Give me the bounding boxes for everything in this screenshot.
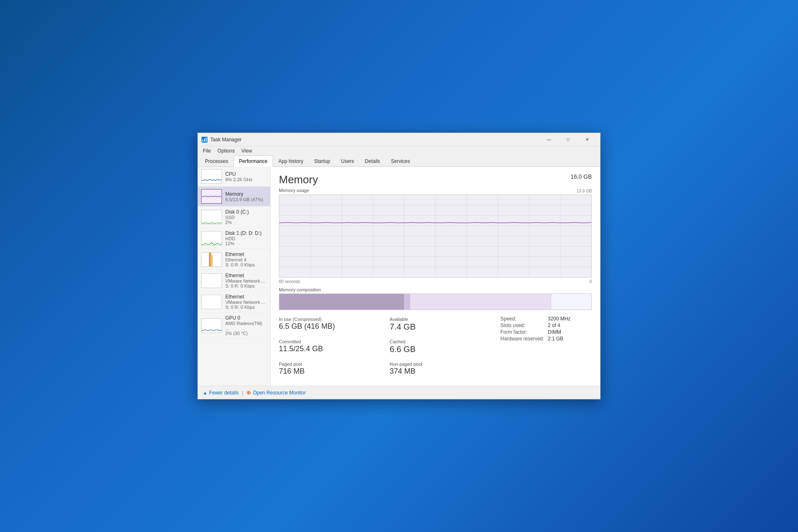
- comp-in-use: [279, 294, 404, 310]
- menu-view[interactable]: View: [238, 147, 256, 155]
- fewer-details-label: Fewer details: [209, 390, 239, 396]
- footer-divider: |: [242, 390, 243, 396]
- stats-left: In use (Compressed) 6.5 GB (416 MB) Avai…: [279, 316, 500, 379]
- tab-app-history[interactable]: App history: [273, 155, 309, 167]
- sidebar-item-disk0[interactable]: Disk 0 (C:) SSD 2%: [198, 207, 270, 228]
- composition-label: Memory composition: [279, 287, 592, 292]
- eth3-info: Ethernet VMware Network ... S: 0 R: 0 Kb…: [225, 294, 267, 310]
- tab-processes[interactable]: Processes: [200, 155, 234, 167]
- memory-sub: 6.5/13.9 GB (47%): [225, 197, 267, 202]
- sidebar-item-disk1[interactable]: Disk 1 (D: D: D:) HDD 12%: [198, 228, 270, 249]
- fewer-details-link[interactable]: ▲ Fewer details: [203, 390, 239, 396]
- maximize-button[interactable]: □: [559, 133, 578, 146]
- in-use-value: 6.5 GB (416 MB): [279, 322, 390, 331]
- eth3-sub2: S: 0 R: 0 Kbps: [225, 305, 267, 310]
- slots-value: 2 of 4: [548, 323, 592, 328]
- chevron-up-icon: ▲: [203, 390, 207, 395]
- title-bar: Task Manager — □ ✕: [198, 133, 600, 146]
- form-label: Form factor:: [500, 329, 544, 335]
- comp-free: [551, 294, 591, 310]
- eth2-mini-chart: [201, 273, 222, 288]
- open-resource-monitor-label: Open Resource Monitor: [253, 390, 305, 396]
- open-resource-monitor-link[interactable]: ⊕ Open Resource Monitor: [246, 389, 305, 396]
- eth3-sub1: VMware Network ...: [225, 300, 267, 305]
- time-label-left: 60 seconds: [279, 279, 300, 284]
- stat-non-paged-pool: Non-paged pool 374 MB: [390, 361, 501, 379]
- eth2-sub2: S: 0 R: 0 Kbps: [225, 283, 267, 288]
- eth2-label: Ethernet: [225, 273, 267, 278]
- window-title: Task Manager: [210, 137, 539, 143]
- sidebar-item-eth2[interactable]: Ethernet VMware Network ... S: 0 R: 0 Kb…: [198, 270, 270, 291]
- sidebar-item-memory[interactable]: Memory 6.5/13.9 GB (47%): [198, 187, 270, 207]
- stat-paged-pool: Paged pool 716 MB: [279, 361, 390, 379]
- non-paged-pool-value: 374 MB: [390, 367, 501, 376]
- chart-label: Memory usage: [279, 188, 309, 193]
- disk0-label: Disk 0 (C:): [225, 209, 267, 215]
- memory-title: Memory: [279, 173, 318, 186]
- task-manager-window: Task Manager — □ ✕ File Options View Pro…: [197, 133, 601, 399]
- menu-file[interactable]: File: [200, 147, 214, 155]
- disk0-sub1: SSD: [225, 215, 267, 220]
- eth3-mini-chart: [201, 295, 222, 309]
- hw-reserved-value: 2.1 GB: [548, 336, 592, 342]
- committed-value: 11.5/25.4 GB: [279, 345, 390, 353]
- cpu-info: CPU 8% 2.26 GHz: [225, 171, 267, 182]
- tab-details[interactable]: Details: [360, 155, 386, 167]
- disk1-sub2: 12%: [225, 241, 267, 246]
- slots-label: Slots used:: [500, 323, 544, 328]
- speed-value: 3200 MHz: [548, 316, 592, 322]
- comp-modified: [404, 294, 410, 310]
- stats-section: In use (Compressed) 6.5 GB (416 MB) Avai…: [279, 316, 592, 379]
- svg-rect-3: [206, 138, 207, 142]
- eth1-mini-chart: [201, 252, 222, 267]
- window-controls: — □ ✕: [539, 133, 597, 146]
- chart-max-label: 13.9 GB: [576, 189, 592, 193]
- cached-label: Cached: [390, 339, 501, 344]
- gpu0-mini-chart: [201, 318, 222, 333]
- eth3-label: Ethernet: [225, 294, 267, 300]
- menu-options[interactable]: Options: [214, 147, 238, 155]
- eth1-label: Ethernet: [225, 251, 267, 257]
- paged-pool-value: 716 MB: [279, 367, 390, 376]
- svg-rect-2: [204, 138, 205, 142]
- disk1-mini-chart: [201, 231, 222, 246]
- gpu0-sub1: AMD Radeon(TM) ...: [225, 321, 267, 331]
- stat-committed: Committed 11.5/25.4 GB: [279, 338, 390, 357]
- cpu-sub: 8% 2.26 GHz: [225, 177, 267, 182]
- comp-standby: [410, 294, 551, 310]
- sidebar-item-eth1[interactable]: Ethernet Ethernet 4 S: 0 R: 0 Kbps: [198, 249, 270, 270]
- main-panel: Memory 16.0 GB Memory usage 13.9 GB: [271, 167, 600, 386]
- time-label-right: 0: [589, 279, 592, 284]
- gpu0-sub2: 2% (30 °C): [225, 331, 267, 336]
- sidebar-item-cpu[interactable]: CPU 8% 2.26 GHz: [198, 167, 270, 187]
- memory-label: Memory: [225, 191, 267, 197]
- tab-performance[interactable]: Performance: [234, 155, 273, 167]
- hw-reserved-label: Hardware reserved:: [500, 336, 544, 342]
- close-button[interactable]: ✕: [578, 133, 597, 146]
- disk1-label: Disk 1 (D: D: D:): [225, 230, 267, 236]
- sidebar-item-eth3[interactable]: Ethernet VMware Network ... S: 0 R: 0 Kb…: [198, 291, 270, 313]
- minimize-button[interactable]: —: [539, 133, 559, 146]
- eth1-sub1: Ethernet 4: [225, 257, 267, 262]
- speed-label: Speed:: [500, 316, 544, 322]
- memory-mini-chart: [201, 189, 222, 204]
- committed-label: Committed: [279, 339, 390, 344]
- tab-startup[interactable]: Startup: [309, 155, 336, 167]
- tab-users[interactable]: Users: [335, 155, 359, 167]
- disk1-info: Disk 1 (D: D: D:) HDD 12%: [225, 230, 267, 246]
- cpu-label: CPU: [225, 171, 267, 177]
- memory-header: Memory 16.0 GB: [279, 173, 592, 186]
- cached-value: 6.6 GB: [390, 345, 501, 354]
- disk0-info: Disk 0 (C:) SSD 2%: [225, 209, 267, 225]
- stats-right: Speed: 3200 MHz Slots used: 2 of 4 Form …: [500, 316, 592, 379]
- tab-services[interactable]: Services: [386, 155, 416, 167]
- eth2-sub1: VMware Network ...: [225, 278, 267, 283]
- app-icon: [201, 136, 208, 143]
- cpu-mini-chart: [201, 169, 222, 184]
- in-use-label: In use (Compressed): [279, 317, 390, 322]
- form-value: DIMM: [548, 329, 592, 335]
- sidebar-item-gpu0[interactable]: GPU 0 AMD Radeon(TM) ... 2% (30 °C): [198, 313, 270, 339]
- memory-usage-chart: [279, 195, 592, 278]
- monitor-icon: ⊕: [246, 389, 251, 396]
- non-paged-pool-label: Non-paged pool: [390, 362, 501, 367]
